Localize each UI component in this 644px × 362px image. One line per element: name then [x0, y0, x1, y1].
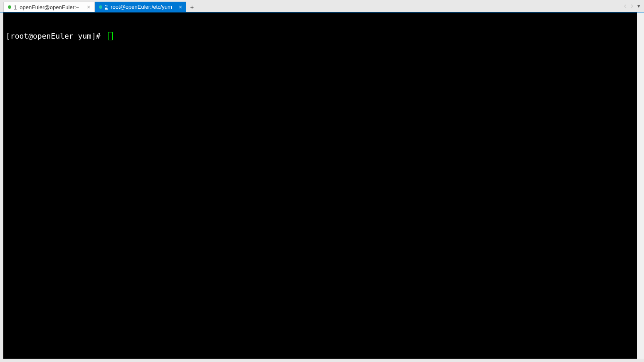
scrollbar[interactable] [637, 12, 644, 359]
close-icon[interactable]: × [85, 4, 92, 10]
tab-index: 2 [105, 4, 108, 10]
tab-prev-button[interactable] [622, 2, 628, 10]
tab-bar-controls: ▾ [622, 0, 644, 12]
new-tab-button[interactable]: + [187, 2, 197, 12]
shell-prompt: [root@openEuler yum]# [6, 32, 105, 41]
plus-icon: + [190, 3, 194, 10]
chevron-left-icon [624, 4, 627, 8]
tab-title: openEuler@openEuler:~ [20, 4, 83, 10]
status-dot-icon [99, 5, 102, 9]
terminal[interactable]: [root@openEuler yum]# [3, 12, 637, 359]
tab-bar: 1 openEuler@openEuler:~ × 2 root@openEul… [0, 0, 644, 12]
tab-next-button[interactable] [629, 2, 635, 10]
chevron-right-icon [630, 4, 634, 8]
terminal-line: [root@openEuler yum]# [6, 32, 634, 41]
chevron-down-icon: ▾ [637, 3, 640, 9]
cursor-icon [108, 32, 113, 40]
tab-index: 1 [14, 4, 17, 10]
tab-dropdown-button[interactable]: ▾ [636, 2, 642, 10]
tab-title: root@openEuler:/etc/yum [111, 4, 175, 10]
close-icon[interactable]: × [177, 4, 184, 10]
tab-session-1[interactable]: 1 openEuler@openEuler:~ × [3, 2, 95, 12]
tab-session-2[interactable]: 2 root@openEuler:/etc/yum × [95, 2, 186, 12]
status-dot-icon [8, 5, 11, 9]
terminal-container: [root@openEuler yum]# [0, 12, 644, 362]
